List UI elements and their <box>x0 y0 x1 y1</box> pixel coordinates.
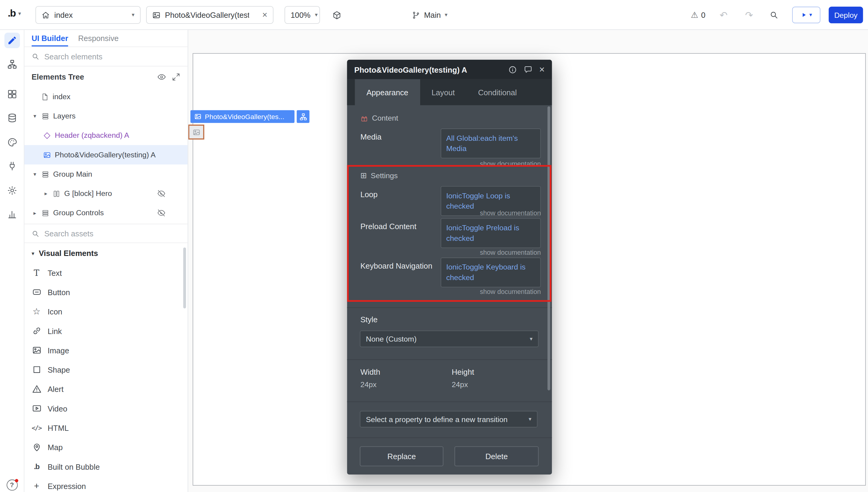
image-element-icon <box>43 151 51 159</box>
tab-appearance[interactable]: Appearance <box>355 79 420 105</box>
tree-item-group-controls[interactable]: ▸ Group Controls <box>24 203 188 222</box>
search-elements-input[interactable] <box>44 52 155 61</box>
show-documentation-link[interactable]: show documentation <box>480 160 541 168</box>
button-icon <box>32 287 42 297</box>
layout-tab-button[interactable] <box>4 87 20 102</box>
tab-layout[interactable]: Layout <box>420 79 466 105</box>
tree-item-group-main[interactable]: ▾ Group Main <box>24 165 188 184</box>
palette-item-button[interactable]: Button <box>24 282 188 302</box>
popup-scrollbar[interactable] <box>547 106 550 390</box>
replace-button[interactable]: Replace <box>360 446 443 466</box>
close-icon[interactable]: × <box>262 10 267 20</box>
map-pin-icon <box>32 442 42 452</box>
selected-gallery-element[interactable] <box>188 124 204 140</box>
canvas[interactable]: Photo&VideoGallery(tes... Photo&VideoGal… <box>188 30 868 492</box>
diamond-icon <box>43 131 51 139</box>
comment-icon[interactable] <box>524 65 533 74</box>
issues-count: 0 <box>701 10 705 19</box>
page-selector[interactable]: index ▾ <box>35 6 141 24</box>
search-button[interactable] <box>769 0 778 30</box>
top-toolbar: .b ▾ index ▾ Photo&VideoGallery(testin..… <box>0 0 868 30</box>
pencil-icon <box>7 35 17 46</box>
tree-item-photo-gallery[interactable]: Photo&VideoGallery(testing) A <box>24 145 188 164</box>
tab-ui-builder[interactable]: UI Builder <box>32 30 68 46</box>
divider <box>347 438 552 438</box>
sitemap-icon <box>7 59 17 69</box>
media-field-value[interactable]: All Global:each item's Media <box>441 128 541 158</box>
element-hierarchy-button[interactable] <box>297 110 309 123</box>
search-assets-input[interactable] <box>44 229 155 238</box>
visual-elements-header[interactable]: ▾ Visual Elements <box>24 243 188 263</box>
palette-item-label: HTML <box>48 423 69 432</box>
undo-button[interactable]: ↶ <box>720 0 727 30</box>
delete-button[interactable]: Delete <box>455 446 539 466</box>
tree-item-header[interactable]: Header (zqbackend) A <box>24 126 188 145</box>
styles-tab-button[interactable] <box>4 134 20 150</box>
chevron-right-icon[interactable]: ▸ <box>32 210 38 216</box>
tab-responsive[interactable]: Responsive <box>78 30 119 46</box>
keyboard-field-value[interactable]: IonicToggle Keyboard is checked <box>441 257 541 287</box>
branch-selector[interactable]: Main ▾ <box>412 0 448 30</box>
close-icon[interactable]: × <box>539 65 544 74</box>
hidden-eye-icon[interactable] <box>157 208 166 217</box>
property-editor-titlebar[interactable]: Photo&VideoGallery(testing) A × <box>347 60 552 79</box>
tree-item-index[interactable]: index <box>24 87 188 106</box>
issues-indicator[interactable]: ⚠ 0 <box>691 0 705 30</box>
panel-tabs: UI Builder Responsive <box>24 30 188 47</box>
search-assets-row <box>24 224 188 243</box>
panel-scrollbar[interactable] <box>183 247 186 309</box>
selected-element-tag[interactable]: Photo&VideoGallery(tes... <box>190 110 295 123</box>
plug-icon <box>7 161 17 171</box>
chevron-down-icon[interactable]: ▾ <box>32 113 38 119</box>
palette-item-alert[interactable]: Alert <box>24 379 188 398</box>
chevron-right-icon[interactable]: ▸ <box>43 191 49 197</box>
tree-item-block-hero[interactable]: ▸ G [block] Hero <box>24 184 188 203</box>
tree-item-layers[interactable]: ▾ Layers <box>24 106 188 126</box>
palette-item-html[interactable]: </> HTML <box>24 418 188 438</box>
show-documentation-link[interactable]: show documentation <box>480 249 541 256</box>
element-selector[interactable]: Photo&VideoGallery(testin... × <box>146 6 273 24</box>
zoom-selector[interactable]: 100% ▾ <box>284 6 320 24</box>
show-documentation-link[interactable]: show documentation <box>480 209 541 217</box>
transition-dropdown[interactable]: Select a property to define a new transi… <box>360 411 538 427</box>
palette-item-text[interactable]: T Text <box>24 263 188 282</box>
preload-field-value[interactable]: IonicToggle Preload is checked <box>441 218 541 248</box>
hidden-eye-icon[interactable] <box>157 189 166 198</box>
media-field-label: Media <box>360 132 439 141</box>
palette-item-label: Alert <box>48 385 63 393</box>
search-icon <box>32 52 40 60</box>
tree-item-label: Group Controls <box>53 208 104 217</box>
palette-item-video[interactable]: Video <box>24 398 188 418</box>
search-icon <box>32 229 40 237</box>
palette-item-link[interactable]: Link <box>24 321 188 340</box>
deploy-button[interactable]: Deploy <box>829 7 863 23</box>
group-icon <box>42 209 49 217</box>
bubble-logo-menu[interactable]: .b ▾ <box>8 8 21 20</box>
expand-icon[interactable] <box>172 72 180 81</box>
info-icon[interactable] <box>508 65 517 74</box>
palette-item-expression[interactable]: + Expression <box>24 476 188 492</box>
component-library-button[interactable] <box>332 0 341 30</box>
data-tab-button[interactable] <box>4 110 20 126</box>
palette-item-shape[interactable]: Shape <box>24 360 188 379</box>
plugins-tab-button[interactable] <box>4 158 20 174</box>
palette-item-map[interactable]: Map <box>24 438 188 457</box>
logs-tab-button[interactable] <box>4 206 20 222</box>
palette-item-built-on-bubble[interactable]: .b Built on Bubble <box>24 457 188 476</box>
help-button[interactable]: ? <box>6 479 18 491</box>
chevron-down-icon[interactable]: ▾ <box>32 171 38 177</box>
tab-conditional[interactable]: Conditional <box>466 79 529 105</box>
image-icon <box>32 345 42 355</box>
settings-tab-button[interactable] <box>4 183 20 198</box>
redo-button[interactable]: ↷ <box>745 0 753 30</box>
design-tab-button[interactable] <box>4 32 20 48</box>
show-documentation-link[interactable]: show documentation <box>480 288 541 296</box>
palette-item-icon[interactable]: ☆ Icon <box>24 302 188 321</box>
workflow-tab-button[interactable] <box>4 56 20 72</box>
palette-item-image[interactable]: Image <box>24 341 188 360</box>
eye-icon[interactable] <box>157 72 166 81</box>
preview-button[interactable]: ▾ <box>792 7 820 23</box>
text-icon: T <box>32 268 42 278</box>
style-dropdown[interactable]: None (Custom) ▾ <box>360 331 539 347</box>
question-icon: ? <box>10 481 14 489</box>
